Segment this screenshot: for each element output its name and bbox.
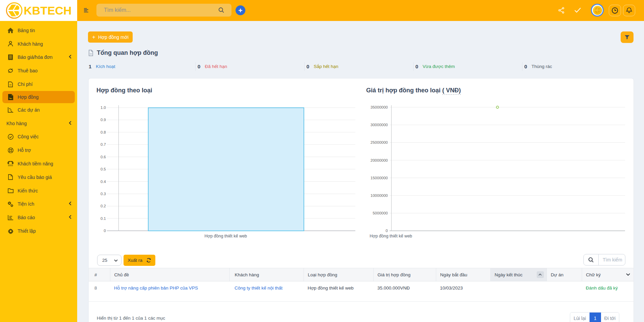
svg-text:0.2: 0.2 <box>101 204 106 208</box>
svg-text:30000000: 30000000 <box>371 123 388 127</box>
svg-text:0.9: 0.9 <box>101 118 106 122</box>
svg-text:10000000: 10000000 <box>371 193 388 198</box>
svg-text:Hợp đồng thiết kế web: Hợp đồng thiết kế web <box>204 234 247 238</box>
svg-text:0.7: 0.7 <box>101 142 106 146</box>
svg-text:0: 0 <box>386 229 388 233</box>
svg-text:15000000: 15000000 <box>371 176 388 180</box>
svg-text:Hợp đồng thiết kế web: Hợp đồng thiết kế web <box>370 234 412 238</box>
svg-text:0.5: 0.5 <box>101 167 106 171</box>
svg-text:0.3: 0.3 <box>101 192 106 196</box>
svg-text:0.8: 0.8 <box>101 130 106 134</box>
svg-text:35000000: 35000000 <box>371 105 388 109</box>
svg-text:1.0: 1.0 <box>101 106 106 110</box>
svg-text:20000000: 20000000 <box>371 158 388 162</box>
svg-text:0.1: 0.1 <box>101 216 106 221</box>
svg-text:0.6: 0.6 <box>101 155 106 159</box>
svg-text:25000000: 25000000 <box>371 140 388 144</box>
svg-text:0.4: 0.4 <box>101 180 106 184</box>
svg-text:5000000: 5000000 <box>373 211 388 215</box>
svg-text:0: 0 <box>104 229 106 233</box>
